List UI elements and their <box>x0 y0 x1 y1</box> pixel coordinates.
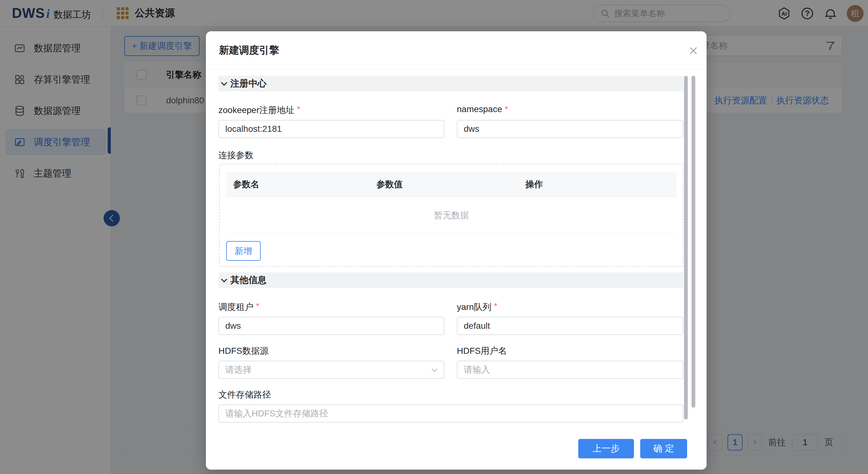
dialog-scrollbar[interactable] <box>691 76 695 408</box>
namespace-label: namespace <box>457 104 502 114</box>
param-table-header: 参数名 参数值 操作 <box>226 172 677 197</box>
section-other-info-label: 其他信息 <box>230 274 267 287</box>
conn-params-label: 连接参数 <box>218 149 253 161</box>
previous-step-button[interactable]: 上一步 <box>578 439 634 458</box>
param-value-column: 参数值 <box>376 178 525 190</box>
zookeeper-label-row: zookeeper注册地址 * <box>218 104 300 116</box>
zookeeper-field[interactable] <box>218 120 444 138</box>
namespace-field[interactable] <box>457 120 683 138</box>
tenant-label: 调度租户 <box>218 301 253 313</box>
required-mark: * <box>494 301 497 313</box>
inner-scrollbar[interactable] <box>684 76 688 419</box>
chevron-down-icon <box>221 276 227 283</box>
required-mark: * <box>297 104 300 116</box>
zookeeper-input[interactable] <box>225 124 437 134</box>
param-name-column: 参数名 <box>226 178 376 190</box>
storage-path-field[interactable] <box>218 405 683 423</box>
namespace-input[interactable] <box>464 124 677 134</box>
dialog-body: 注册中心 zookeeper注册地址 * namespace * 连接参数 <box>206 69 707 432</box>
section-registry[interactable]: 注册中心 <box>218 76 683 91</box>
yarn-queue-field[interactable] <box>457 317 683 335</box>
dialog-footer: 上一步 确 定 <box>206 432 707 470</box>
chevron-down-icon <box>221 80 227 86</box>
section-registry-label: 注册中心 <box>230 77 267 90</box>
hdfs-datasource-select-input[interactable] <box>225 365 433 375</box>
add-param-button[interactable]: 新增 <box>226 241 261 261</box>
create-scheduler-engine-dialog: 新建调度引擎 注册中心 zookeeper注册地址 * namespace * <box>206 31 707 470</box>
required-mark: * <box>505 104 508 114</box>
tenant-field[interactable] <box>218 317 444 335</box>
section-other-info[interactable]: 其他信息 <box>218 272 683 288</box>
param-table-empty-text: 暂无数据 <box>226 197 677 234</box>
yarn-queue-label: yarn队列 <box>457 301 491 313</box>
yarn-queue-label-row: yarn队列 * <box>457 301 497 313</box>
storage-path-input[interactable] <box>225 409 677 419</box>
screen: DWS i 数据工坊 公共资源 AI ? <box>0 0 868 474</box>
dialog-title: 新建调度引擎 <box>219 43 279 57</box>
param-action-column: 操作 <box>525 178 651 190</box>
hdfs-datasource-select[interactable] <box>218 361 444 379</box>
storage-path-label: 文件存储路径 <box>218 389 271 401</box>
hdfs-user-label: HDFS用户名 <box>457 345 507 357</box>
conn-params-panel: 参数名 参数值 操作 暂无数据 新增 <box>219 164 683 267</box>
hdfs-user-field[interactable] <box>457 361 683 379</box>
zookeeper-label: zookeeper注册地址 <box>218 104 294 116</box>
tenant-label-row: 调度租户 * <box>218 301 259 313</box>
close-icon[interactable] <box>686 44 700 58</box>
hdfs-user-input[interactable] <box>464 365 677 375</box>
hdfs-datasource-label: HDFS数据源 <box>218 345 269 357</box>
namespace-label-row: namespace * <box>457 104 508 114</box>
tenant-input[interactable] <box>225 321 437 331</box>
confirm-button[interactable]: 确 定 <box>640 439 687 458</box>
yarn-queue-input[interactable] <box>464 321 677 331</box>
dialog-header: 新建调度引擎 <box>206 31 707 69</box>
required-mark: * <box>256 301 259 313</box>
